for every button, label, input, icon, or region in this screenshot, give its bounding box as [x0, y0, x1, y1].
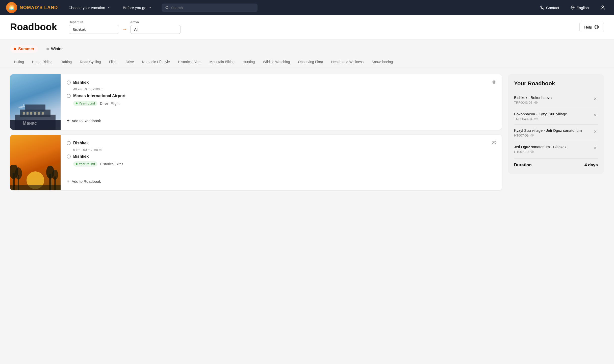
svg-rect-31 — [10, 185, 61, 190]
trip-radio-dest[interactable] — [67, 154, 71, 159]
departure-group: Departure Bishkek Osh Karakol — [69, 20, 119, 34]
language-label: English — [576, 6, 589, 10]
trip-eye-button[interactable] — [491, 79, 497, 86]
svg-point-41 — [532, 151, 533, 152]
departure-select[interactable]: Bishkek Osh Karakol — [69, 25, 119, 34]
category-tag-road-cycling[interactable]: Road Cycling — [76, 58, 105, 66]
year-round-badge: Year-round — [73, 161, 97, 167]
arrival-group: Arrival All Bokonbaeva Karakol — [130, 20, 181, 34]
rb-item-code: TRF0043-04 — [514, 117, 567, 121]
trip-radio-dest[interactable] — [67, 94, 71, 98]
season-bar: Summer Winter — [0, 39, 614, 56]
category-tag-health-and-wellness[interactable]: Health and Wellness — [327, 58, 368, 66]
search-bar[interactable] — [162, 4, 258, 12]
summer-button[interactable]: Summer — [10, 45, 38, 53]
contact-label: Contact — [546, 6, 559, 10]
trip-to: Manas International Airport — [67, 94, 496, 98]
roadbook-item: Bokonbaeva - Kyzyl Suu village TRF0043-0… — [514, 108, 598, 125]
category-tag-nomadic-lifestyle[interactable]: Nomadic Lifestyle — [138, 58, 174, 66]
category-tag-flight[interactable]: Flight — [105, 58, 121, 66]
contact-button[interactable]: Contact — [538, 4, 562, 11]
search-input[interactable] — [171, 6, 254, 10]
help-label: Help — [584, 25, 592, 29]
header-bar: Roadbook Departure Bishkek Osh Karakol →… — [0, 15, 614, 39]
duration-label: Duration — [514, 163, 532, 168]
user-menu-button[interactable] — [597, 3, 608, 12]
logo[interactable]: 🌅 NOMAD'S LAND — [6, 2, 58, 13]
trip-card: Манас Bishkek40 km +0 m / -100 mManas In… — [10, 74, 502, 130]
rb-item-code: HT007-09 — [514, 133, 582, 137]
main-layout: Манас Bishkek40 km +0 m / -100 mManas In… — [0, 68, 614, 196]
choose-vacation-label: Choose your vacation — [68, 6, 105, 10]
year-round-badge: Year-round — [73, 101, 97, 106]
category-tag-observing-flora[interactable]: Observing Flora — [294, 58, 327, 66]
navbar: 🌅 NOMAD'S LAND Choose your vacation ▾ Be… — [0, 0, 614, 15]
trips-list: Манас Bishkek40 km +0 m / -100 mManas In… — [10, 74, 502, 190]
summer-dot — [14, 48, 16, 50]
arrival-select[interactable]: All Bokonbaeva Karakol — [130, 25, 181, 34]
trip-to: Bishkek — [67, 154, 496, 159]
arrival-label: Arrival — [130, 20, 181, 24]
category-bar: HikingHorse RidingRaftingRoad CyclingFli… — [0, 56, 614, 68]
category-tag-drive[interactable]: Drive — [122, 58, 138, 66]
trip-from: Bishkek — [67, 141, 496, 145]
svg-line-1 — [168, 8, 168, 9]
svg-point-40 — [531, 151, 534, 153]
svg-rect-13 — [23, 112, 25, 115]
trip-tags: Year-roundHistorical Sites — [73, 161, 496, 167]
before-you-go-menu[interactable]: Before you go ▾ — [120, 4, 153, 11]
departure-label: Departure — [69, 20, 119, 24]
remove-item-button[interactable]: ✕ — [593, 112, 598, 119]
category-tag-hiking[interactable]: Hiking — [10, 58, 28, 66]
category-tag-historical-sites[interactable]: Historical Sites — [174, 58, 206, 66]
phone-icon — [540, 5, 545, 10]
trip-info: Bishkek40 km +0 m / -100 mManas Internat… — [61, 74, 502, 130]
rb-item-info: Kyzyl Suu village - Jeti Oguz sanatorium… — [514, 128, 582, 137]
trip-eye-button[interactable] — [491, 140, 497, 147]
rb-item-code: HT007-10 — [514, 150, 567, 154]
svg-rect-17 — [38, 112, 40, 115]
language-selector[interactable]: English — [568, 4, 591, 11]
eye-icon — [534, 100, 538, 105]
svg-rect-18 — [42, 112, 44, 115]
add-to-roadbook-button[interactable]: +Add to Roadbook — [67, 177, 496, 186]
category-tag-horse-riding[interactable]: Horse Riding — [28, 58, 57, 66]
trip-stats: 40 km +0 m / -100 m — [73, 87, 496, 91]
remove-item-button[interactable]: ✕ — [593, 128, 598, 135]
help-globe-icon — [594, 24, 599, 30]
choose-vacation-menu[interactable]: Choose your vacation ▾ — [66, 4, 112, 11]
chevron-down-icon: ▾ — [108, 6, 110, 9]
svg-point-20 — [492, 81, 496, 84]
search-icon — [165, 6, 169, 10]
category-tag-hunting[interactable]: Hunting — [239, 58, 259, 66]
roadbook-duration: Duration 4 days — [514, 158, 598, 168]
svg-point-35 — [535, 102, 536, 103]
svg-point-39 — [532, 135, 533, 136]
remove-item-button[interactable]: ✕ — [593, 145, 598, 151]
rb-item-name: Bishkek - Bokonbaeva — [514, 95, 552, 100]
roadbook-item: Bishkek - Bokonbaeva TRF0043-03 ✕ — [514, 92, 598, 108]
trip-radio[interactable] — [67, 141, 71, 145]
trip-info: Bishkek5 km +50 m / -50 mBishkekYear-rou… — [61, 135, 502, 190]
roadbook-item: Jeti Oguz sanatorium - Bishkek HT007-10 … — [514, 141, 598, 157]
svg-point-26 — [15, 167, 22, 179]
eye-icon — [530, 150, 534, 154]
route-controls: Departure Bishkek Osh Karakol → Arrival … — [69, 20, 571, 34]
category-tag-snowshoeing[interactable]: Snowshoeing — [368, 58, 397, 66]
add-to-roadbook-button[interactable]: +Add to Roadbook — [67, 116, 496, 125]
remove-item-button[interactable]: ✕ — [593, 95, 598, 102]
trip-card: Bishkek5 km +50 m / -50 mBishkekYear-rou… — [10, 135, 502, 190]
svg-point-37 — [535, 118, 536, 119]
category-tag-mountain-biking[interactable]: Mountain Biking — [205, 58, 239, 66]
svg-point-5 — [602, 6, 603, 8]
winter-dot — [46, 48, 49, 50]
trip-type-tag: Historical Sites — [100, 162, 123, 166]
category-tag-wildlife-watching[interactable]: Wildlife Watching — [259, 58, 294, 66]
trip-from: Bishkek — [67, 80, 496, 85]
trip-radio[interactable] — [67, 81, 71, 85]
category-tag-rafting[interactable]: Rafting — [57, 58, 76, 66]
trip-tags: Year-roundDriveFlight — [73, 101, 496, 106]
winter-button[interactable]: Winter — [43, 45, 66, 53]
help-button[interactable]: Help — [579, 22, 604, 32]
trip-type-tag: Drive — [100, 101, 108, 106]
